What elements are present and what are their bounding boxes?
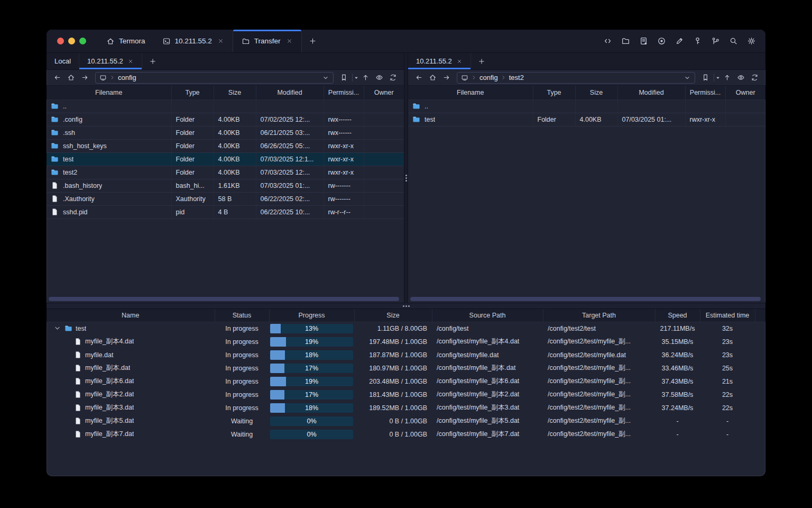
record-button[interactable] (654, 34, 668, 48)
vertical-splitter[interactable] (404, 53, 408, 303)
edit-button[interactable] (672, 34, 686, 48)
file-row[interactable]: .. (408, 99, 765, 113)
forward-button[interactable] (78, 71, 91, 84)
back-button[interactable] (412, 71, 426, 84)
file-size-cell: 4 B (214, 205, 256, 219)
key-button[interactable] (690, 34, 704, 48)
horizontal-scrollbar[interactable] (49, 297, 399, 301)
file-owner-cell (725, 113, 765, 126)
window-tab-10-211-55-2[interactable]: 10.211.55.2 (154, 30, 233, 52)
bookmark-button[interactable] (699, 71, 712, 84)
column-header-speed[interactable]: Speed (655, 309, 700, 322)
minimize-window-button[interactable] (68, 38, 75, 44)
zoom-window-button[interactable] (79, 38, 86, 44)
file-row[interactable]: testFolder4.00KB07/03/2025 12:1...rwxr-x… (47, 152, 404, 166)
close-tab-icon[interactable] (286, 38, 293, 44)
column-header-source-path[interactable]: Source Path (432, 309, 543, 322)
column-header-owner[interactable]: Owner (725, 86, 765, 99)
keychain-button[interactable] (708, 34, 722, 48)
file-row[interactable]: sshd.pidpid4 B06/22/2025 10:...rw-r--r-- (47, 205, 404, 219)
home-button[interactable] (64, 71, 78, 84)
home-button[interactable] (426, 71, 439, 84)
column-header-size[interactable]: Size (354, 309, 432, 322)
horizontal-splitter[interactable] (47, 303, 765, 309)
collapse-chevron-icon[interactable] (53, 324, 61, 332)
path-dropdown-icon[interactable] (322, 74, 329, 81)
file-row[interactable]: .configFolder4.00KB07/02/2025 12:...rwx-… (47, 113, 404, 126)
file-name-cell: sshd.pid (47, 205, 171, 219)
file-row[interactable]: testFolder4.00KB07/03/2025 01:...rwxr-xr… (408, 113, 765, 126)
column-header-filename[interactable]: Filename (408, 86, 533, 99)
transfer-row[interactable]: testIn progress13%1.11GB / 8.00GB/config… (47, 322, 765, 335)
column-header-owner[interactable]: Owner (364, 86, 404, 99)
folder-button[interactable] (619, 34, 632, 48)
breadcrumb-segment[interactable]: config (479, 74, 498, 81)
transfer-speed-cell: 37.24MB/s (655, 401, 700, 414)
new-pane-tab-button[interactable] (471, 53, 492, 69)
back-button[interactable] (51, 71, 64, 84)
pane-tab-10-211-55-2[interactable]: 10.211.55.2 (79, 53, 142, 69)
parent-directory-button[interactable] (721, 71, 734, 84)
new-pane-tab-button[interactable] (142, 53, 163, 69)
column-header-name[interactable]: Name (47, 309, 215, 322)
close-tab-icon[interactable] (217, 38, 224, 44)
window-tab-termora[interactable]: Termora (98, 30, 154, 52)
show-hidden-files-button[interactable] (373, 71, 386, 84)
file-row[interactable]: .. (47, 99, 404, 113)
file-row[interactable]: .sshFolder4.00KB06/21/2025 03:...rwx----… (47, 126, 404, 139)
breadcrumb-segment[interactable]: test2 (509, 74, 524, 81)
column-header-type[interactable]: Type (533, 86, 575, 99)
file-row[interactable]: ssh_host_keysFolder4.00KB06/26/2025 05:.… (47, 139, 404, 152)
transfer-row[interactable]: myfile.datIn progress18%187.87MB / 1.00G… (47, 348, 765, 361)
column-header-estimated-time[interactable]: Estimated time (700, 309, 755, 322)
transfer-name-cell: myfile_副本5.dat (47, 414, 215, 428)
column-header-permissi[interactable]: Permissi... (324, 86, 364, 99)
column-header-status[interactable]: Status (215, 309, 269, 322)
pane-tab-10-211-55-2[interactable]: 10.211.55.2 (408, 53, 471, 69)
column-header-permissi[interactable]: Permissi... (685, 86, 725, 99)
file-name: test (412, 115, 529, 123)
show-hidden-files-button[interactable] (734, 71, 748, 84)
path-dropdown-icon[interactable] (684, 74, 691, 81)
file-row[interactable]: test2Folder4.00KB07/03/2025 12:...rwxr-x… (47, 166, 404, 179)
search-button[interactable] (726, 34, 740, 48)
code-icon (603, 37, 612, 46)
parent-directory-button[interactable] (359, 71, 372, 84)
pane-tab-local[interactable]: Local (47, 53, 79, 69)
file-row[interactable]: .bash_historybash_hi...1.61KB07/03/2025 … (47, 179, 404, 192)
breadcrumb-segment[interactable]: config (118, 74, 136, 81)
new-window-tab-button[interactable] (302, 30, 324, 52)
transfer-row[interactable]: myfile_副本5.datWaiting0%0 B / 1.00GB/conf… (47, 414, 765, 428)
bookmark-menu-icon[interactable] (354, 76, 358, 80)
column-header-target-path[interactable]: Target Path (543, 309, 655, 322)
close-tab-icon[interactable] (456, 58, 463, 65)
column-header-size[interactable]: Size (575, 86, 617, 99)
close-window-button[interactable] (57, 38, 64, 44)
transfer-row[interactable]: myfile_副本7.datWaiting0%0 B / 1.00GB/conf… (47, 428, 765, 441)
forward-button[interactable] (440, 71, 453, 84)
refresh-button[interactable] (386, 71, 400, 84)
file-row[interactable]: .XauthorityXauthority58 B06/22/2025 02:.… (47, 192, 404, 205)
column-header-progress[interactable]: Progress (269, 309, 354, 322)
settings-button[interactable] (744, 34, 758, 48)
bookmark-menu-icon[interactable] (716, 76, 720, 80)
column-header-modified[interactable]: Modified (256, 86, 324, 99)
transfer-row[interactable]: myfile_副本.datIn progress17%180.97MB / 1.… (47, 361, 765, 375)
column-header-modified[interactable]: Modified (617, 86, 685, 99)
close-tab-icon[interactable] (127, 58, 134, 65)
transfer-row[interactable]: myfile_副本3.datIn progress18%189.52MB / 1… (47, 401, 765, 414)
column-header-size[interactable]: Size (214, 86, 256, 99)
transfer-row[interactable]: myfile_副本2.datIn progress17%181.43MB / 1… (47, 388, 765, 401)
column-header-filename[interactable]: Filename (47, 86, 171, 99)
bookmark-button[interactable] (337, 71, 350, 84)
log-button[interactable] (636, 34, 650, 48)
window-tab-transfer[interactable]: Transfer (233, 30, 302, 52)
path-breadcrumb[interactable]: config (95, 72, 334, 84)
path-breadcrumb[interactable]: configtest2 (457, 72, 695, 84)
column-header-type[interactable]: Type (171, 86, 214, 99)
refresh-button[interactable] (748, 71, 761, 84)
transfer-row[interactable]: myfile_副本4.datIn progress19%197.48MB / 1… (47, 335, 765, 348)
transfer-row[interactable]: myfile_副本6.datIn progress19%203.48MB / 1… (47, 375, 765, 388)
code-button[interactable] (601, 34, 614, 48)
horizontal-scrollbar[interactable] (410, 297, 761, 301)
